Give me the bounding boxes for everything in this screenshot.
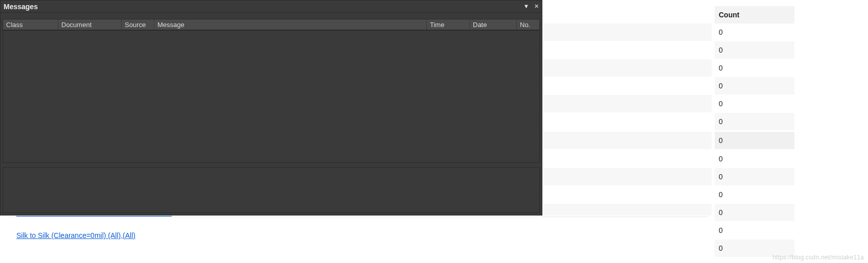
count-cell: 0 [715, 240, 794, 257]
panel-title: Messages [4, 3, 38, 11]
gap-row [543, 41, 712, 59]
gap-row [543, 77, 712, 94]
count-cell: 0 [715, 95, 794, 112]
count-cell: 0 [715, 186, 794, 203]
count-cell: 0 [715, 23, 794, 41]
gap-row [543, 113, 712, 130]
messages-detail-pane[interactable] [3, 167, 540, 213]
messages-grid-body[interactable] [3, 30, 540, 163]
col-time[interactable]: Time [427, 19, 470, 30]
col-date[interactable]: Date [470, 19, 517, 30]
count-cell: 0 [715, 222, 794, 239]
count-cell: 0 [715, 168, 794, 185]
column-headers: Class Document Source Message Time Date … [3, 19, 540, 30]
count-header: Count [715, 6, 794, 23]
count-cell: 0 [715, 204, 794, 221]
gap-row [543, 150, 712, 168]
panel-header[interactable]: Messages ▼ ✕ [1, 1, 542, 13]
count-cell: 0 [715, 113, 794, 130]
col-message[interactable]: Message [154, 19, 427, 30]
count-cell: 0 [715, 77, 794, 94]
dropdown-icon[interactable]: ▼ [523, 4, 529, 9]
count-cell: 0 [715, 150, 794, 168]
gap-row [543, 95, 712, 112]
gap-row [543, 186, 712, 203]
below-inner [7, 217, 707, 263]
col-class[interactable]: Class [3, 19, 58, 30]
close-icon[interactable]: ✕ [534, 4, 539, 9]
gap-row [543, 59, 712, 77]
count-cell: 0 [715, 59, 794, 77]
messages-panel: Messages ▼ ✕ Class Document Source Messa… [0, 0, 542, 216]
gap-row [543, 132, 712, 149]
col-source[interactable]: Source [122, 19, 154, 30]
gap-row [543, 168, 712, 185]
col-no[interactable]: No. [517, 19, 539, 30]
gap-row [543, 6, 712, 23]
silk-rule-link[interactable]: Silk to Silk (Clearance=0mil) (All),(All… [16, 231, 135, 240]
gap-row [543, 23, 712, 41]
col-document[interactable]: Document [58, 19, 122, 30]
count-cell: 0 [715, 41, 794, 59]
count-cell: 0 [715, 132, 794, 149]
